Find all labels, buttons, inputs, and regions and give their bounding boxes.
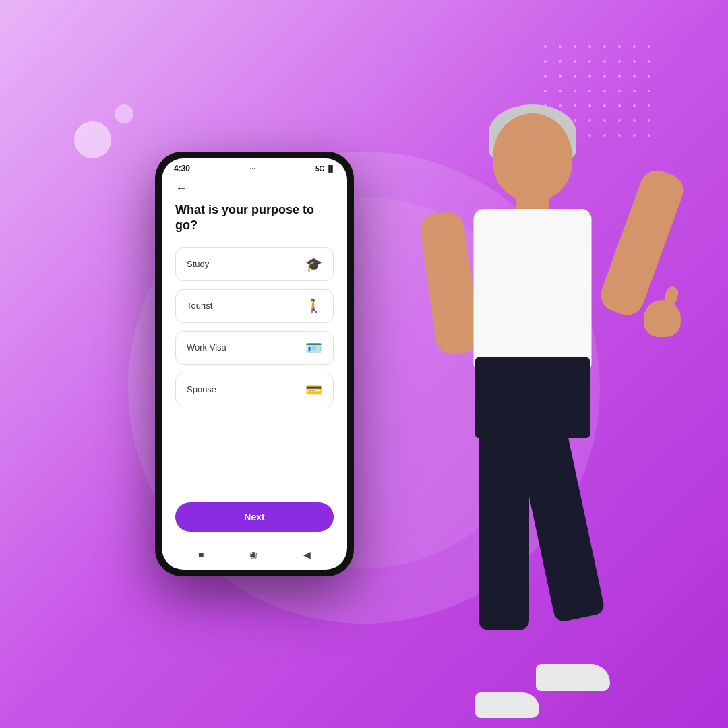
option-spouse-icon: 💳 (305, 382, 322, 398)
nav-circle-icon[interactable]: ◉ (249, 549, 257, 560)
phone-screen: 4:30 ··· 5G ▐▌ ← What is your purpose to… (162, 158, 347, 570)
status-extra: ··· (250, 165, 255, 173)
phone: 4:30 ··· 5G ▐▌ ← What is your purpose to… (155, 152, 354, 576)
thumb-up-fist (644, 300, 681, 337)
arm-left (419, 210, 482, 356)
shoe-left (475, 692, 539, 718)
status-bar: 4:30 ··· 5G ▐▌ (162, 158, 347, 176)
option-study[interactable]: Study 🎓 (175, 247, 334, 281)
back-button[interactable]: ← (175, 181, 191, 195)
torso (474, 209, 592, 371)
shoe-right (536, 664, 610, 691)
question-title: What is your purpose to go? (175, 202, 334, 234)
leg-right (517, 428, 606, 623)
battery-icon: ▐▌ (326, 165, 335, 172)
option-work-visa-icon: 🪪 (305, 340, 322, 356)
option-work-visa-label: Work Visa (187, 342, 226, 353)
nav-square-icon[interactable]: ■ (198, 549, 204, 560)
option-study-label: Study (187, 259, 209, 269)
nav-bar: ■ ◉ ◀ (162, 543, 347, 570)
option-spouse-label: Spouse (187, 384, 216, 394)
nav-triangle-icon[interactable]: ◀ (303, 549, 311, 560)
head (493, 113, 572, 201)
screen-content: ← What is your purpose to go? Study 🎓 To… (162, 176, 347, 543)
option-work-visa[interactable]: Work Visa 🪪 (175, 331, 334, 365)
status-time: 4:30 (174, 164, 190, 173)
option-study-icon: 🎓 (305, 256, 322, 272)
phone-wrapper: 4:30 ··· 5G ▐▌ ← What is your purpose to… (155, 152, 354, 576)
person-figure (391, 67, 674, 728)
option-spouse[interactable]: Spouse 💳 (175, 373, 334, 406)
next-button[interactable]: Next (175, 502, 334, 532)
bubble-large (74, 121, 111, 158)
bubble-small (115, 104, 133, 123)
option-tourist[interactable]: Tourist 🚶 (175, 289, 334, 323)
status-icons: 5G ▐▌ (315, 165, 335, 173)
option-tourist-label: Tourist (187, 301, 212, 311)
options-list: Study 🎓 Tourist 🚶 Work Visa 🪪 Spouse 💳 (175, 247, 334, 491)
signal-icon: 5G (315, 165, 324, 173)
option-tourist-icon: 🚶 (305, 298, 322, 314)
